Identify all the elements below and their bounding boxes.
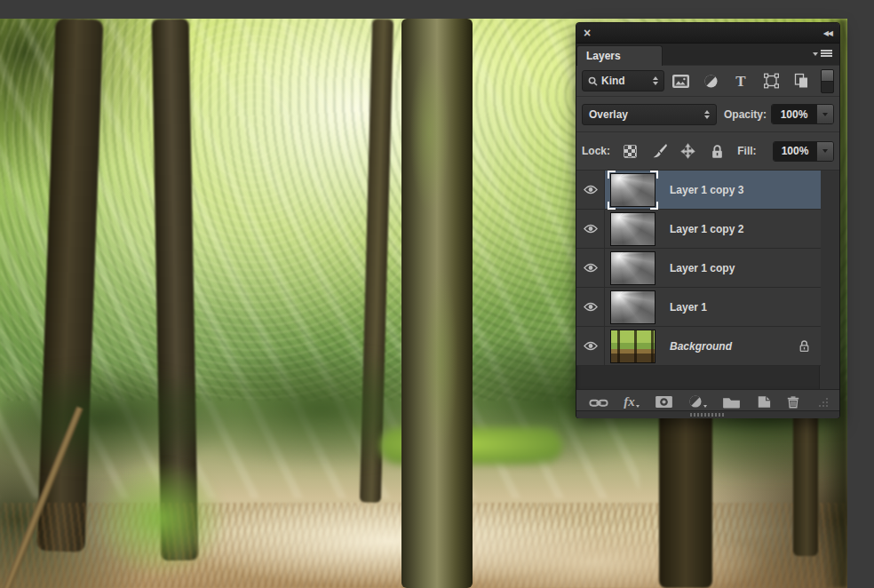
layer-styles-button[interactable]: fx [624,393,640,409]
filter-adjustment-layers-icon[interactable] [696,68,725,93]
opacity-value[interactable]: 100% [772,105,816,123]
delete-layer-button[interactable] [786,393,800,409]
blend-mode-value: Overlay [589,108,628,121]
layer-filter-row: Kind T [576,66,839,97]
layer-row[interactable]: Layer 1 [576,288,821,327]
fill-widget: 100% [773,141,834,162]
tree-trunk-decor [659,408,712,588]
new-group-button[interactable] [722,393,741,409]
layer-row[interactable]: Layer 1 copy [576,249,821,288]
layer-list-gutter [819,171,839,389]
fill-dropdown-arrow[interactable] [816,142,833,161]
filter-toggle-switch[interactable] [821,69,834,93]
fill-label: Fill: [737,145,756,157]
menu-lines-icon [821,50,832,59]
layer-name[interactable]: Background [670,340,732,353]
lock-position-icon[interactable] [679,142,697,160]
opacity-widget: 100% [771,104,834,124]
lock-transparent-pixels-icon[interactable] [622,142,640,160]
layer-visibility-toggle[interactable] [576,171,605,209]
lock-label: Lock: [582,145,610,157]
fill-value[interactable]: 100% [774,142,817,161]
layer-name[interactable]: Layer 1 copy [670,262,735,274]
lock-row: Lock: Fil [576,132,839,171]
layer-row[interactable]: Layer 1 copy 3 [576,171,821,210]
filter-pixel-layers-icon[interactable] [666,68,695,93]
selection-bracket [608,202,616,210]
panel-tab-bar: Layers [576,44,839,66]
filter-type-layers-icon[interactable]: T [727,68,755,93]
lock-all-icon[interactable] [709,142,727,160]
opacity-label: Opacity: [724,108,767,121]
blend-mode-select[interactable]: Overlay [582,104,717,125]
tree-trunk-decor [793,396,818,556]
blend-mode-row: Overlay Opacity: 100% [576,97,839,132]
resize-grip-icon[interactable] [815,393,829,409]
filter-smart-objects-icon[interactable] [787,68,815,93]
photoshop-workspace: × ◀◀ Layers Kind [0,0,874,588]
drag-handle-icon [690,413,726,417]
layer-name[interactable]: Layer 1 copy 3 [670,184,743,196]
layer-thumbnail[interactable] [610,290,656,324]
layers-panel: × ◀◀ Layers Kind [576,22,840,418]
selection-bracket [650,171,658,179]
panel-resize-strip[interactable] [576,410,839,418]
link-layers-button[interactable] [589,393,608,409]
tab-layers[interactable]: Layers [576,45,663,66]
menu-triangle-icon [813,52,818,56]
search-icon [588,76,598,86]
layer-name[interactable]: Layer 1 [670,301,707,314]
select-arrows-icon [704,110,710,119]
eye-icon [584,185,598,195]
layer-thumbnail[interactable] [610,330,656,363]
adjustment-dropdown-triangle-icon [703,405,707,408]
filter-kind-select[interactable]: Kind [582,70,664,91]
panel-menu-icon[interactable] [813,50,832,59]
layer-row[interactable]: Background [576,327,821,366]
collapse-panels-icon[interactable]: ◀◀ [823,29,832,37]
layer-lock-icon [799,339,810,353]
eye-icon [584,341,598,351]
layer-thumbnail[interactable] [610,212,656,246]
layer-visibility-toggle[interactable] [576,210,605,248]
close-icon[interactable]: × [584,27,591,39]
filter-shape-layers-icon[interactable] [757,68,785,93]
layer-visibility-toggle[interactable] [576,327,605,365]
eye-icon [584,302,598,312]
layer-list: Layer 1 copy 3 Layer 1 copy 2 [576,171,839,389]
layer-visibility-toggle[interactable] [576,288,605,326]
selection-bracket [608,171,616,179]
selection-bracket [650,202,658,210]
fx-dropdown-triangle-icon [636,405,640,408]
opacity-dropdown-arrow[interactable] [816,105,833,123]
add-layer-mask-button[interactable] [655,393,673,409]
panel-title-bar: × ◀◀ [576,23,839,44]
layer-name[interactable]: Layer 1 copy 2 [670,223,743,235]
filter-kind-label: Kind [601,75,625,87]
layer-row[interactable]: Layer 1 copy 2 [576,210,821,249]
new-layer-button[interactable] [757,393,771,409]
tree-trunk-decor [401,19,473,588]
lock-image-pixels-icon[interactable] [651,142,669,160]
layer-thumbnail[interactable] [610,173,656,207]
layer-thumbnail[interactable] [610,251,656,285]
toggle-knob [822,70,833,82]
select-arrows-icon [653,76,658,85]
eye-icon [584,224,598,234]
fern-decor [93,461,226,576]
layer-visibility-toggle[interactable] [576,249,605,287]
panel-footer-toolbar: fx [576,389,839,410]
new-adjustment-layer-button[interactable] [688,393,707,409]
eye-icon [584,263,598,273]
